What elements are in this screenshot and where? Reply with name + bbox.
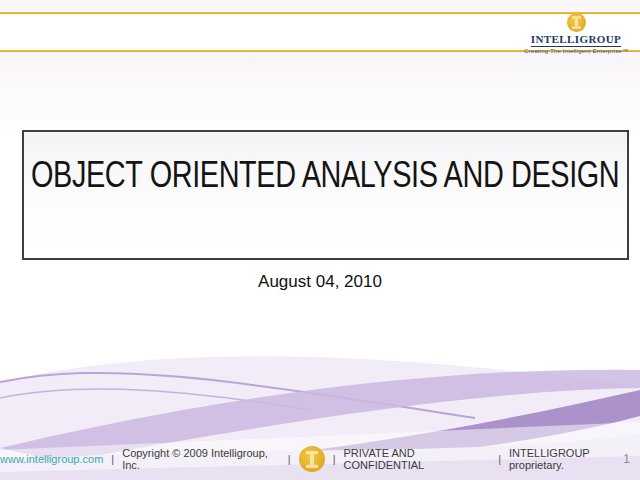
pillar-glyph bbox=[306, 451, 318, 468]
copyright-text: Copyright © 2009 Intelligroup, Inc. bbox=[122, 447, 280, 471]
presentation-slide: INTELLIGROUP Creating The Intelligent En… bbox=[0, 0, 640, 480]
logo-tagline: Creating The Intelligent Enterprise™ bbox=[524, 48, 628, 54]
proprietary-text: INTELLIGROUP proprietary. bbox=[509, 447, 640, 471]
page-number: 1 bbox=[623, 452, 630, 466]
title-box: OBJECT ORIENTED ANALYSIS AND DESIGN bbox=[22, 130, 629, 260]
website-link[interactable]: www.intelligroup.com bbox=[0, 453, 103, 465]
footer-separator: | bbox=[288, 453, 291, 465]
logo-wordmark: INTELLIGROUP bbox=[531, 33, 621, 47]
footer-separator: | bbox=[498, 453, 501, 465]
intelligroup-logo: INTELLIGROUP Creating The Intelligent En… bbox=[526, 13, 626, 54]
slide-title: OBJECT ORIENTED ANALYSIS AND DESIGN bbox=[24, 132, 494, 196]
footer: www.intelligroup.com | Copyright © 2009 … bbox=[0, 446, 640, 472]
pillar-glyph bbox=[572, 16, 581, 29]
confidential-text: PRIVATE AND CONFIDENTIAL bbox=[344, 447, 491, 471]
footer-separator: | bbox=[333, 453, 336, 465]
gold-pillar-coin-icon bbox=[299, 446, 325, 472]
gold-pillar-coin-icon bbox=[567, 13, 586, 32]
top-strip bbox=[0, 0, 640, 12]
footer-separator: | bbox=[111, 453, 114, 465]
slide-date: August 04, 2010 bbox=[0, 272, 640, 292]
header-fade bbox=[0, 52, 640, 142]
